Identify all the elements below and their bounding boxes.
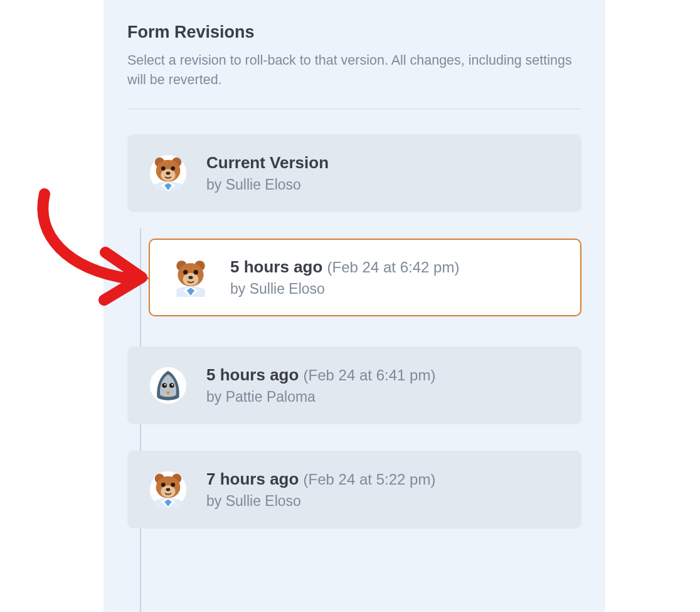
bear-avatar-icon <box>171 258 210 297</box>
avatar <box>150 471 186 508</box>
avatar <box>150 155 186 191</box>
revision-title: 5 hours ago (Feb 24 at 6:42 pm) <box>230 257 559 277</box>
revision-timestamp: (Feb 24 at 6:42 pm) <box>327 259 460 276</box>
bear-avatar-icon <box>150 155 186 191</box>
revision-title-text: 5 hours ago <box>206 365 299 384</box>
revision-author: by Sullie Eloso <box>206 493 559 510</box>
revision-item-current[interactable]: Current Version by Sullie Eloso <box>127 134 581 212</box>
revision-title-text: 5 hours ago <box>230 257 322 276</box>
svg-point-13 <box>183 270 188 274</box>
revision-title: 5 hours ago (Feb 24 at 6:41 pm) <box>206 365 559 385</box>
svg-point-5 <box>161 166 166 171</box>
revision-author: by Pattie Paloma <box>206 389 559 405</box>
svg-point-25 <box>161 486 175 498</box>
revision-title: Current Version <box>206 153 559 173</box>
revision-title-text: 7 hours ago <box>206 470 299 488</box>
svg-point-27 <box>171 483 175 487</box>
revisions-timeline: Current Version by Sullie Eloso <box>127 134 581 529</box>
svg-point-20 <box>172 384 174 386</box>
svg-point-14 <box>194 270 198 274</box>
revision-author: by Sullie Eloso <box>230 281 559 298</box>
revision-timestamp: (Feb 24 at 6:41 pm) <box>304 367 436 384</box>
svg-point-7 <box>166 172 171 175</box>
revisions-panel: Form Revisions Select a revision to roll… <box>103 0 605 612</box>
svg-point-6 <box>171 166 175 171</box>
revision-body: 5 hours ago (Feb 24 at 6:42 pm) by Sulli… <box>230 257 559 298</box>
svg-point-26 <box>161 483 166 487</box>
panel-description: Select a revision to roll-back to that v… <box>127 51 581 90</box>
svg-point-17 <box>162 383 167 388</box>
revision-body: Current Version by Sullie Eloso <box>206 153 559 193</box>
avatar <box>171 258 210 297</box>
panel-title: Form Revisions <box>127 23 581 42</box>
revision-item-selected[interactable]: 5 hours ago (Feb 24 at 6:42 pm) by Sulli… <box>149 239 581 316</box>
revision-author: by Sullie Eloso <box>206 176 559 193</box>
divider <box>127 109 581 109</box>
revision-timestamp: (Feb 24 at 5:22 pm) <box>304 471 436 488</box>
avatar <box>150 367 186 404</box>
svg-point-15 <box>188 276 193 279</box>
revision-body: 7 hours ago (Feb 24 at 5:22 pm) by Sulli… <box>206 470 559 510</box>
svg-point-18 <box>169 383 174 388</box>
revision-item[interactable]: 7 hours ago (Feb 24 at 5:22 pm) by Sulli… <box>127 451 581 529</box>
svg-point-28 <box>166 488 171 491</box>
revision-title: 7 hours ago (Feb 24 at 5:22 pm) <box>206 470 559 489</box>
svg-point-19 <box>164 384 166 386</box>
revision-item[interactable]: 5 hours ago (Feb 24 at 6:41 pm) by Patti… <box>127 346 581 424</box>
svg-point-12 <box>183 273 199 286</box>
bear-avatar-icon <box>150 471 186 508</box>
revision-title-text: Current Version <box>206 153 329 172</box>
pigeon-avatar-icon <box>150 367 186 404</box>
svg-point-4 <box>161 169 175 181</box>
revision-body: 5 hours ago (Feb 24 at 6:41 pm) by Patti… <box>206 365 559 405</box>
